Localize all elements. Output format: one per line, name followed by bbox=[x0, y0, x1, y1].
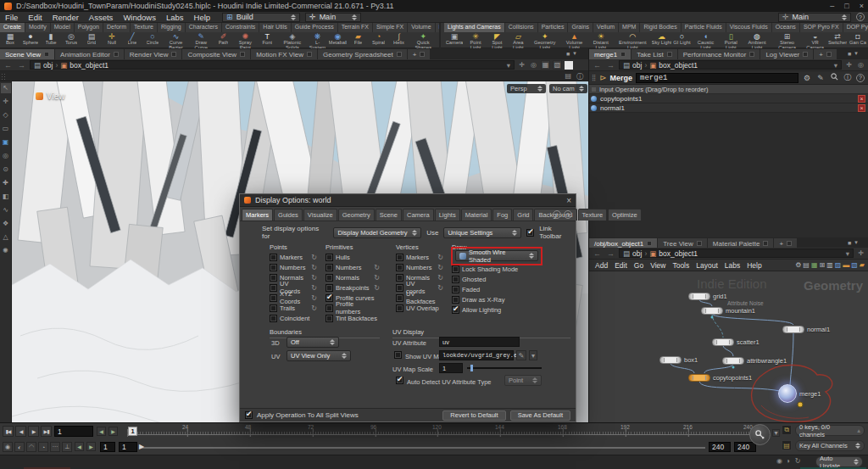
checkbox[interactable] bbox=[326, 264, 333, 271]
pane-maximize-icon[interactable]: ■ bbox=[566, 51, 570, 57]
shelf-tab[interactable]: Volume bbox=[408, 23, 435, 32]
range-end-field[interactable]: 240 bbox=[709, 442, 731, 452]
snap-cube-icon[interactable]: ▦ bbox=[541, 60, 550, 70]
shelf-tool[interactable]: ✛Null bbox=[102, 32, 122, 48]
shelf-tab[interactable]: Texture bbox=[131, 23, 158, 32]
shelf-tool[interactable]: ╱Line bbox=[122, 32, 142, 48]
menu-item[interactable]: Help bbox=[189, 13, 216, 22]
pin-icon[interactable]: ✛ bbox=[844, 60, 854, 70]
shelf-tool[interactable]: ◠Environment Light bbox=[614, 32, 651, 48]
network-menu-item[interactable]: Layout bbox=[693, 261, 721, 270]
checkbox-row[interactable]: Numbers↻ bbox=[326, 262, 380, 272]
loop-mode-icon[interactable]: ◠ bbox=[26, 442, 36, 452]
pane-menu-icon[interactable]: ▾ bbox=[854, 239, 858, 246]
range-start-field[interactable]: 1 bbox=[119, 442, 137, 452]
pane-tab[interactable]: Render View bbox=[125, 49, 182, 59]
breadcrumb[interactable]: ▤ obj › ▣ box_object1 ▾ bbox=[30, 60, 515, 70]
override-icon[interactable]: ↻ bbox=[437, 254, 443, 261]
shelf-tab[interactable]: Polygon bbox=[75, 23, 103, 32]
shelf-tool[interactable]: ✐Path bbox=[213, 32, 233, 48]
node-body[interactable] bbox=[701, 307, 723, 315]
pivot-icon[interactable]: ◎ bbox=[1, 151, 11, 161]
forward-icon[interactable]: → bbox=[605, 249, 616, 258]
shelf-tab[interactable]: Lights and Cameras bbox=[444, 23, 505, 32]
dialog-tab[interactable]: Lights bbox=[435, 209, 460, 221]
pane-tab[interactable]: Composite View bbox=[182, 49, 250, 59]
checkbox-row[interactable]: Markers↻ bbox=[270, 252, 317, 262]
shelf-tab[interactable]: Viscous Fluids bbox=[726, 23, 772, 32]
shelf-tool[interactable]: ◎Torus bbox=[61, 32, 81, 48]
pane-tab[interactable]: Take List bbox=[632, 49, 677, 59]
shelf-tool[interactable]: ▦Box bbox=[0, 32, 20, 48]
network-menu-item[interactable]: Add bbox=[592, 261, 611, 270]
dialog-tab[interactable]: Optimize bbox=[608, 209, 642, 221]
select-icon[interactable]: ↖ bbox=[1, 83, 11, 93]
network-node[interactable]: Attribute Noise mountain1 bbox=[701, 306, 755, 315]
checkbox[interactable] bbox=[326, 315, 333, 322]
pane-maximize-icon[interactable]: ■ bbox=[848, 240, 851, 246]
jump-start-button[interactable]: ▮◀ bbox=[3, 426, 14, 437]
shelf-tool[interactable]: ∫Helix bbox=[389, 32, 409, 48]
checkbox-row[interactable]: XYZ Coords↻ bbox=[270, 293, 317, 303]
network-node[interactable]: attribwrangle1 bbox=[722, 356, 787, 365]
checkbox-row[interactable]: Coincident↻ bbox=[270, 313, 317, 323]
checkbox[interactable] bbox=[396, 304, 403, 312]
normals-icon[interactable]: △ bbox=[1, 232, 11, 243]
file-chooser-icon[interactable]: ✎ bbox=[516, 350, 526, 360]
boundaries-3d-select[interactable]: Off bbox=[287, 337, 339, 348]
desktop-selector[interactable]: ⊞ Build bbox=[222, 13, 300, 22]
checkbox[interactable] bbox=[270, 254, 277, 261]
radial-menu-icon[interactable]: ◎ bbox=[529, 60, 538, 70]
auto-detect-select[interactable]: Point bbox=[504, 375, 542, 386]
light-icon[interactable]: ✺ bbox=[1, 246, 11, 256]
dialog-tab[interactable]: Scene bbox=[376, 209, 402, 221]
shelf-tool[interactable]: ▣Camera bbox=[444, 32, 465, 48]
net-tools-icon[interactable]: ⚙ bbox=[795, 261, 801, 270]
range-slider[interactable]: ▶ bbox=[139, 445, 705, 450]
shelf-tab[interactable]: Collisions bbox=[505, 23, 538, 32]
use-settings-select[interactable]: Unique Settings bbox=[443, 227, 521, 238]
network-node[interactable]: scatter1 bbox=[712, 338, 760, 346]
shelf-tool[interactable]: ◍Ambient Light bbox=[743, 32, 771, 48]
input-operator-row[interactable]: normal1 × bbox=[588, 103, 868, 113]
net-snapshot-icon[interactable]: ▧ bbox=[851, 261, 858, 270]
shelf-tool[interactable]: ◈Platonic Solids bbox=[277, 32, 307, 48]
play-button[interactable]: ▶ bbox=[28, 426, 39, 437]
breadcrumb[interactable]: ▤ obj › ▣ box_object1 ▾ bbox=[619, 60, 842, 70]
dialog-tab[interactable]: Texture bbox=[578, 209, 608, 221]
viewport-info-icon[interactable]: ⓘ bbox=[576, 72, 583, 81]
jump-end-button[interactable]: ▶▮ bbox=[41, 426, 52, 437]
checkbox[interactable] bbox=[396, 294, 403, 302]
left-pane-corner[interactable]: ■▾ bbox=[566, 50, 576, 57]
shelf-tab[interactable]: Characters bbox=[186, 23, 222, 32]
shelf-tool[interactable]: ☀Distant Light bbox=[587, 32, 614, 48]
auto-detect-checkbox[interactable] bbox=[396, 377, 403, 384]
override-icon[interactable]: ↻ bbox=[311, 294, 317, 302]
shelf-tool[interactable]: ✎Draw Curve bbox=[189, 32, 213, 48]
checkbox[interactable] bbox=[270, 304, 277, 312]
params-pane-corner[interactable]: ■▾ bbox=[848, 50, 858, 57]
shelf-tool[interactable]: ▰File bbox=[348, 32, 369, 48]
checkbox-row[interactable]: Numbers↻ bbox=[270, 262, 317, 272]
shelf-tool[interactable]: ◘Gan Ca bbox=[848, 32, 868, 48]
current-frame-field[interactable]: 1 bbox=[54, 426, 93, 437]
pane-splitter[interactable] bbox=[588, 48, 589, 422]
shelf-tab[interactable]: MPM bbox=[619, 23, 640, 32]
network-node[interactable]: grid1 bbox=[688, 292, 727, 300]
shelf-tab[interactable]: Oceans bbox=[772, 23, 800, 32]
shelf-tab[interactable]: Grains bbox=[568, 23, 593, 32]
message-icon[interactable]: ◗ bbox=[787, 457, 791, 465]
shelf-tool[interactable]: ✦Geometry Light bbox=[529, 32, 561, 48]
timeline-ruler[interactable]: 24487296120144168192216240 1 bbox=[127, 424, 751, 438]
shelf-tab[interactable]: Hair Utils bbox=[259, 23, 291, 32]
shelf-tool[interactable]: ◒VR Camera bbox=[803, 32, 827, 48]
node-body[interactable] bbox=[688, 374, 710, 382]
shelf-tool[interactable]: ▤Grid bbox=[81, 32, 102, 48]
maximize-button[interactable]: □ bbox=[844, 2, 849, 10]
back-icon[interactable]: ← bbox=[592, 249, 603, 258]
shelf-set-selector[interactable]: ✛ Main bbox=[778, 13, 851, 22]
gear-icon[interactable]: ⚙ bbox=[802, 74, 812, 82]
dialog-tab[interactable]: Geometry bbox=[338, 209, 375, 221]
override-icon[interactable]: ↻ bbox=[437, 264, 443, 271]
node-body[interactable] bbox=[659, 356, 682, 364]
